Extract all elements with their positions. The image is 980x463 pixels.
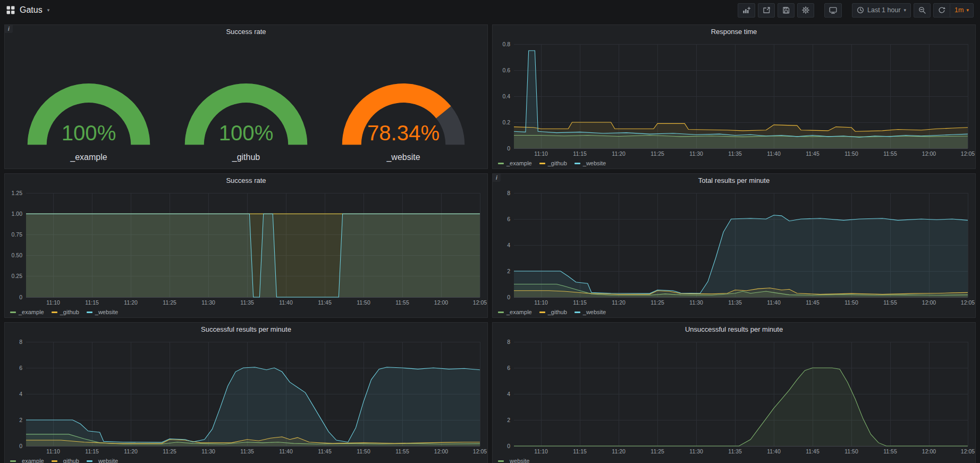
panel-title[interactable]: Total results per minute — [493, 174, 975, 188]
chart-plot[interactable]: 0246811:1011:1511:2011:2511:3011:3511:40… — [5, 336, 487, 457]
legend-swatch — [539, 163, 545, 164]
add-panel-icon — [742, 6, 750, 14]
dashboard-title[interactable]: Gatus — [20, 5, 43, 15]
panel-title[interactable]: Unsuccessful results per minute — [493, 323, 975, 336]
cycle-view-button[interactable] — [824, 3, 842, 18]
gauge-example: 100% _example — [10, 42, 167, 164]
share-button[interactable] — [758, 3, 775, 18]
time-range-button[interactable]: Last 1 hour ▾ — [852, 3, 911, 18]
zoom-out-button[interactable] — [914, 3, 931, 18]
legend-item-_website[interactable]: _website — [87, 458, 118, 463]
time-range-label: Last 1 hour — [867, 6, 901, 14]
svg-text:0: 0 — [507, 443, 510, 449]
svg-text:11:50: 11:50 — [844, 299, 858, 306]
svg-text:12:00: 12:00 — [922, 448, 936, 454]
legend-swatch — [10, 460, 16, 462]
svg-text:11:15: 11:15 — [573, 299, 587, 306]
gauge-value: 100% — [62, 121, 116, 145]
legend-swatch — [87, 460, 92, 462]
dashboard-grid-icon[interactable] — [6, 6, 15, 14]
svg-text:11:40: 11:40 — [279, 299, 293, 306]
chart-plot[interactable]: 0246811:1011:1511:2011:2511:3011:3511:40… — [493, 336, 975, 457]
legend-item-_github[interactable]: _github — [52, 458, 79, 463]
chart-plot[interactable]: 00.250.500.751.001.2511:1011:1511:2011:2… — [5, 188, 487, 308]
svg-text:8: 8 — [507, 339, 510, 345]
monitor-icon — [829, 6, 837, 14]
dashboard-title-caret-icon[interactable]: ▾ — [47, 8, 50, 13]
chart-plot[interactable]: 00.20.40.60.811:1011:1511:2011:2511:3011… — [493, 39, 975, 159]
panel-info-icon[interactable]: i — [493, 174, 501, 182]
svg-text:11:35: 11:35 — [728, 448, 742, 454]
svg-text:11:45: 11:45 — [806, 150, 820, 157]
svg-text:8: 8 — [19, 339, 22, 345]
refresh-button[interactable] — [934, 4, 950, 17]
panel-title[interactable]: Success rate — [5, 174, 487, 188]
unsuccessful-results-chart[interactable]: 0246811:1011:1511:2011:2511:3011:3511:40… — [493, 336, 975, 457]
chart-plot[interactable]: 0246811:1011:1511:2011:2511:3011:3511:40… — [493, 188, 975, 308]
success-rate-chart[interactable]: 00.250.500.751.001.2511:1011:1511:2011:2… — [5, 188, 487, 308]
svg-text:11:40: 11:40 — [767, 299, 781, 306]
chart-legend: _example_github_website — [493, 159, 975, 169]
legend-item-_github[interactable]: _github — [539, 160, 567, 166]
svg-text:11:15: 11:15 — [85, 299, 99, 306]
svg-text:11:25: 11:25 — [163, 448, 176, 454]
time-range-caret-icon: ▾ — [904, 8, 907, 13]
svg-text:12:05: 12:05 — [473, 299, 487, 306]
legend-swatch — [575, 163, 580, 164]
svg-text:11:10: 11:10 — [534, 448, 548, 454]
svg-text:12:05: 12:05 — [473, 448, 487, 454]
panel-title[interactable]: Response time — [493, 25, 975, 39]
svg-text:11:30: 11:30 — [689, 448, 703, 454]
svg-text:11:25: 11:25 — [650, 448, 664, 454]
svg-text:11:55: 11:55 — [883, 299, 897, 306]
svg-text:11:30: 11:30 — [201, 448, 215, 454]
total-results-chart[interactable]: 0246811:1011:1511:2011:2511:3011:3511:40… — [493, 188, 975, 308]
svg-text:11:10: 11:10 — [534, 299, 548, 306]
legend-item-_example[interactable]: _example — [10, 458, 44, 463]
legend-item-_example[interactable]: _example — [498, 309, 532, 315]
svg-text:11:35: 11:35 — [240, 448, 254, 454]
gauge-label: _github — [232, 151, 260, 164]
response-time-chart[interactable]: 00.20.40.60.811:1011:1511:2011:2511:3011… — [493, 39, 975, 159]
svg-text:11:20: 11:20 — [124, 299, 138, 306]
add-panel-button[interactable] — [738, 3, 755, 18]
svg-text:11:10: 11:10 — [534, 150, 548, 157]
chart-legend: _website — [493, 457, 975, 463]
legend-item-_example[interactable]: _example — [10, 309, 44, 315]
legend-item-_github[interactable]: _github — [539, 309, 567, 315]
panel-title[interactable]: Successful results per minute — [5, 323, 487, 336]
gauge-website: 78.34% _website — [325, 42, 482, 164]
svg-text:11:20: 11:20 — [612, 448, 626, 454]
legend-item-_website[interactable]: _website — [498, 458, 529, 463]
legend-item-_website[interactable]: _website — [87, 309, 118, 315]
svg-text:11:35: 11:35 — [728, 299, 742, 306]
refresh-interval-button[interactable]: 1m ▾ — [950, 4, 973, 17]
panel-title[interactable]: Success rate — [5, 25, 487, 39]
refresh-interval-caret-icon: ▾ — [966, 8, 969, 13]
svg-text:0: 0 — [19, 443, 22, 449]
svg-text:11:55: 11:55 — [883, 448, 897, 454]
legend-swatch — [498, 163, 504, 164]
legend-item-_website[interactable]: _website — [575, 309, 606, 315]
panel-info-icon[interactable]: i — [5, 25, 13, 33]
settings-button[interactable] — [797, 3, 814, 18]
svg-text:11:45: 11:45 — [806, 299, 820, 306]
svg-text:11:15: 11:15 — [573, 150, 587, 157]
svg-text:11:45: 11:45 — [806, 448, 820, 454]
panel-total-results: i Total results per minute 0246811:1011:… — [492, 173, 976, 318]
gauge-value: 78.34% — [367, 121, 440, 145]
legend-item-_github[interactable]: _github — [52, 309, 79, 315]
panel-response-time: Response time 00.20.40.60.811:1011:1511:… — [492, 24, 976, 169]
legend-item-_website[interactable]: _website — [575, 160, 606, 166]
successful-results-chart[interactable]: 0246811:1011:1511:2011:2511:3011:3511:40… — [5, 336, 487, 457]
legend-item-_example[interactable]: _example — [498, 160, 532, 166]
share-icon — [763, 6, 770, 14]
svg-text:8: 8 — [507, 190, 510, 196]
svg-text:6: 6 — [507, 216, 510, 222]
save-button[interactable] — [778, 3, 795, 18]
svg-text:11:50: 11:50 — [844, 150, 858, 157]
svg-text:0.75: 0.75 — [12, 231, 23, 238]
svg-text:11:20: 11:20 — [612, 150, 626, 157]
svg-text:4: 4 — [507, 391, 510, 397]
gauge-value: 100% — [219, 121, 274, 145]
